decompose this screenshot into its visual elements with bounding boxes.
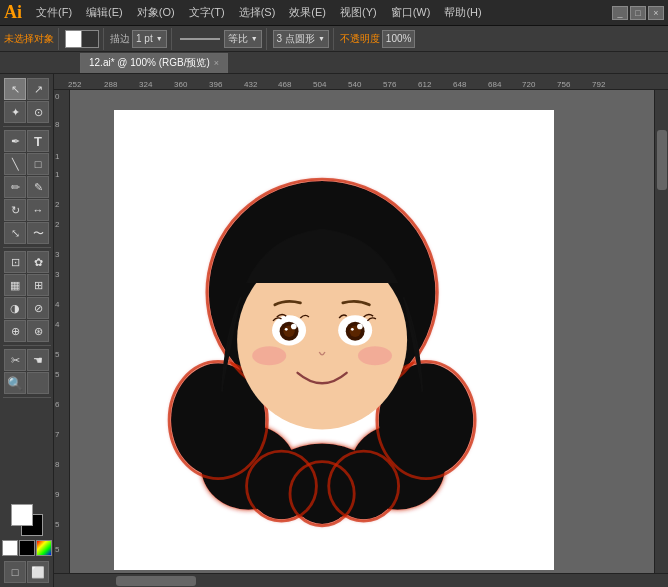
main-area: ↖ ↗ ✦ ⊙ ✒ T ╲ □ ✏ ✎ ↻ ↔ ⤡ 〜 ⊡ (0, 74, 668, 587)
ruler-288: 288 (104, 80, 117, 89)
no-fill-swatch[interactable] (2, 540, 18, 556)
screen-mode-normal[interactable]: □ (4, 561, 26, 583)
zoom-tool[interactable]: 🔍 (4, 372, 26, 394)
h-scroll-thumb[interactable] (116, 576, 196, 586)
ruler-5-1: 5 (55, 370, 59, 379)
svg-point-24 (357, 324, 363, 330)
hand-tool[interactable]: ☚ (27, 349, 49, 371)
ruler-8: 8 (55, 120, 59, 129)
ruler-7: 7 (55, 430, 59, 439)
ruler-0: 0 (55, 92, 59, 101)
direct-selection-tool[interactable]: ↗ (27, 78, 49, 100)
horizontal-scrollbar[interactable] (54, 573, 668, 587)
window-controls: _ □ × (612, 6, 664, 20)
menu-effects[interactable]: 效果(E) (283, 3, 332, 22)
tool-row-5: ✏ ✎ (4, 176, 49, 198)
black-swatch[interactable] (19, 540, 35, 556)
left-ruler: 0 8 1 1 2 2 3 3 4 4 5 5 6 7 8 9 5 5 (54, 90, 70, 573)
fill-section (65, 28, 104, 50)
menu-file[interactable]: 文件(F) (30, 3, 78, 22)
magic-wand-tool[interactable]: ✦ (4, 101, 26, 123)
canvas-area: 252 288 324 360 396 432 468 504 540 576 … (54, 74, 668, 587)
mesh-tool[interactable]: ⊞ (27, 274, 49, 296)
ruler-5-0: 5 (55, 350, 59, 359)
scissors-tool[interactable]: ✂ (4, 349, 26, 371)
lasso-tool[interactable]: ⊙ (27, 101, 49, 123)
tool-row-8: ⊡ ✿ (4, 251, 49, 273)
tool-separator-3 (3, 345, 51, 346)
not-selected-label: 未选择对象 (4, 32, 54, 46)
menu-object[interactable]: 对象(O) (131, 3, 181, 22)
menu-view[interactable]: 视图(Y) (334, 3, 383, 22)
pen-tool[interactable]: ✒ (4, 130, 26, 152)
document-tab[interactable]: 12.ai* @ 100% (RGB/预览) × (80, 53, 228, 73)
stroke-color-box[interactable] (81, 30, 99, 48)
live-paint-tool[interactable]: ⊛ (27, 320, 49, 342)
fill-stroke-swatches[interactable] (11, 504, 43, 536)
svg-point-20 (285, 328, 288, 331)
blend-tool[interactable]: ⊕ (4, 320, 26, 342)
opacity-input[interactable]: 100% (382, 30, 416, 48)
menu-bar: 文件(F) 编辑(E) 对象(O) 文字(T) 选择(S) 效果(E) 视图(Y… (30, 3, 612, 22)
stroke-weight-dropdown[interactable]: 1 pt (132, 30, 167, 48)
stroke-style-dropdown[interactable]: 等比 (224, 30, 262, 48)
paintbrush-tool[interactable]: ✏ (4, 176, 26, 198)
selection-status: 未选择对象 (4, 28, 59, 50)
symbol-tool[interactable]: ✿ (27, 251, 49, 273)
tool-row-13: 🔍 (4, 372, 49, 394)
shape-dropdown[interactable]: 3 点圆形 (273, 30, 329, 48)
svg-point-19 (291, 324, 297, 330)
reflect-tool[interactable]: ↔ (27, 199, 49, 221)
menu-text[interactable]: 文字(T) (183, 3, 231, 22)
svg-point-25 (351, 328, 354, 331)
rect-tool[interactable]: □ (27, 153, 49, 175)
minimize-button[interactable]: _ (612, 6, 628, 20)
canvas-wrapper: 0 8 1 1 2 2 3 3 4 4 5 5 6 7 8 9 5 5 (54, 90, 668, 573)
ruler-360: 360 (174, 80, 187, 89)
warp-tool[interactable]: 〜 (27, 222, 49, 244)
tool-separator-2 (3, 247, 51, 248)
character-illustration (154, 120, 494, 550)
gradient-tool[interactable]: ◑ (4, 297, 26, 319)
tool-separator-4 (3, 397, 51, 398)
tab-close-button[interactable]: × (214, 58, 219, 68)
ruler-504: 504 (313, 80, 326, 89)
menu-select[interactable]: 选择(S) (233, 3, 282, 22)
ruler-11: 5 (55, 545, 59, 554)
pencil-tool[interactable]: ✎ (27, 176, 49, 198)
empty-tool (27, 372, 49, 394)
ruler-684: 684 (488, 80, 501, 89)
v-scroll-thumb[interactable] (657, 130, 667, 190)
rotate-tool[interactable]: ↻ (4, 199, 26, 221)
ruler-540: 540 (348, 80, 361, 89)
line-tool[interactable]: ╲ (4, 153, 26, 175)
ruler-756: 756 (557, 80, 570, 89)
screen-mode-full[interactable]: ⬜ (27, 561, 49, 583)
fill-swatch[interactable] (11, 504, 33, 526)
eyedropper-tool[interactable]: ⊘ (27, 297, 49, 319)
vertical-scrollbar[interactable] (654, 90, 668, 573)
ruler-4-0: 4 (55, 300, 59, 309)
ruler-324: 324 (139, 80, 152, 89)
gradient-swatch[interactable] (36, 540, 52, 556)
stroke-section: 描边 1 pt (110, 28, 172, 50)
free-transform-tool[interactable]: ⊡ (4, 251, 26, 273)
tool-row-12: ✂ ☚ (4, 349, 49, 371)
menu-help[interactable]: 帮助(H) (438, 3, 487, 22)
ruler-4-1: 4 (55, 320, 59, 329)
stroke-label: 描边 (110, 32, 130, 46)
left-toolbar: ↖ ↗ ✦ ⊙ ✒ T ╲ □ ✏ ✎ ↻ ↔ ⤡ 〜 ⊡ (0, 74, 54, 587)
ruler-612: 612 (418, 80, 431, 89)
tool-separator-1 (3, 126, 51, 127)
ruler-3-0: 3 (55, 250, 59, 259)
menu-window[interactable]: 窗口(W) (385, 3, 437, 22)
selection-tool[interactable]: ↖ (4, 78, 26, 100)
ruler-432: 432 (244, 80, 257, 89)
stroke-line-section: 等比 (178, 28, 267, 50)
menu-edit[interactable]: 编辑(E) (80, 3, 129, 22)
column-graph-tool[interactable]: ▦ (4, 274, 26, 296)
close-button[interactable]: × (648, 6, 664, 20)
maximize-button[interactable]: □ (630, 6, 646, 20)
scale-tool[interactable]: ⤡ (4, 222, 26, 244)
type-tool[interactable]: T (27, 130, 49, 152)
